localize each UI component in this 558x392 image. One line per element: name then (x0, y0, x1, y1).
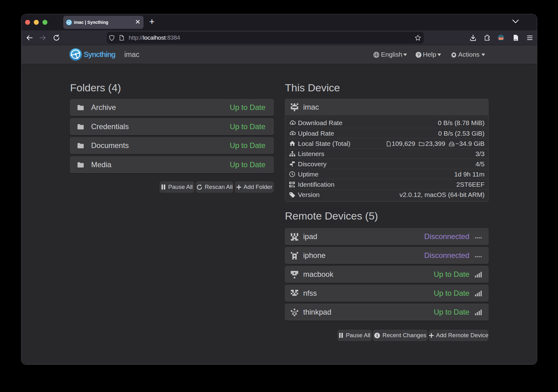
svg-text:?: ? (417, 53, 420, 57)
